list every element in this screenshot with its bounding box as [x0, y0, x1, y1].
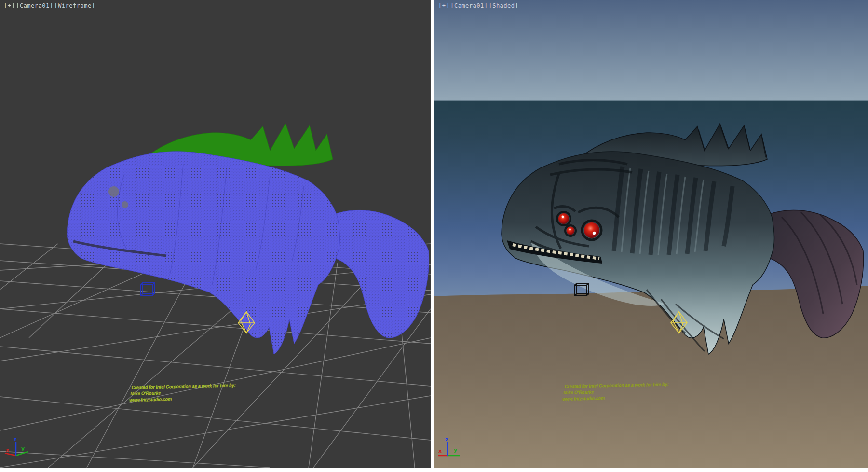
- viewport-menu-shading[interactable]: [Wireframe]: [54, 2, 95, 9]
- viewport-menu-pov[interactable]: [Camera01]: [16, 2, 53, 9]
- fish-eye-outline-small: [122, 201, 128, 208]
- viewport-menu-pov[interactable]: [Camera01]: [450, 2, 488, 9]
- axis-y-label: y: [21, 445, 25, 452]
- fish-eye-large: [584, 222, 599, 238]
- axis-tripod: x y z: [5, 436, 28, 456]
- box-helper[interactable]: [140, 283, 155, 295]
- scene-credit-text: Created for Intel Corporation as a work …: [129, 382, 236, 403]
- axis-y-label: y: [454, 447, 457, 453]
- axis-x-label: x: [6, 447, 9, 453]
- fish-eye-outline-large: [108, 186, 119, 197]
- viewport-camera01-wireframe[interactable]: [+] [Camera01] [Wireframe]: [0, 0, 431, 468]
- app-background-strip: [0, 468, 868, 472]
- axis-x-label: x: [438, 448, 442, 454]
- viewport-splitter[interactable]: [431, 0, 434, 468]
- viewport-label: [+] [Camera01] [Wireframe]: [4, 2, 95, 9]
- fish-eye-small: [567, 227, 575, 235]
- scene-credit-text: Created for Intel Corporation as a work …: [562, 381, 669, 402]
- fish-tail-fin-wireframe[interactable]: [332, 210, 429, 338]
- fish-eye-medium: [558, 213, 569, 224]
- viewport-label: [+] [Camera01] [Shaded]: [438, 2, 518, 9]
- app-root: { "left": { "labels": ["[+]", "[Camera01…: [0, 0, 868, 472]
- axis-z-label: z: [445, 436, 448, 443]
- viewport-menu-general[interactable]: [+]: [438, 2, 449, 9]
- viewport-camera01-shaded[interactable]: [+] [Camera01] [Shaded]: [434, 0, 868, 468]
- axis-z-label: z: [14, 436, 16, 443]
- fish-body-wireframe[interactable]: [67, 152, 340, 354]
- viewport-menu-general[interactable]: [+]: [4, 2, 15, 9]
- viewport-menu-shading[interactable]: [Shaded]: [488, 2, 518, 9]
- box-helper[interactable]: [574, 283, 589, 296]
